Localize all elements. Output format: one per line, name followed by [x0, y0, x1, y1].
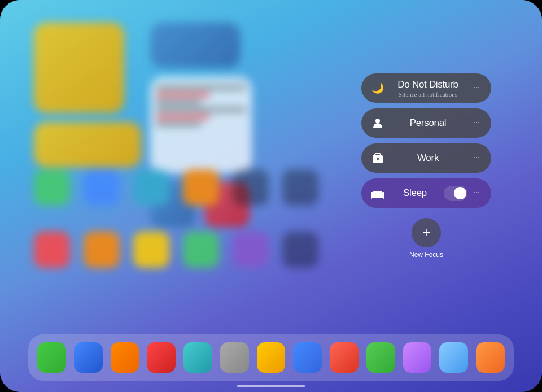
dock-app-3[interactable] — [111, 342, 139, 373]
sleep-toggle[interactable] — [444, 186, 467, 201]
new-focus-label: New Focus — [409, 251, 443, 259]
dock-app-12[interactable] — [439, 342, 468, 373]
personal-more-button[interactable]: ··· — [470, 116, 483, 130]
app-music — [183, 169, 219, 206]
widget-yellow-notes — [34, 122, 141, 167]
personal-label: Personal — [410, 117, 447, 129]
dock-app-4[interactable] — [147, 342, 176, 373]
svg-rect-5 — [371, 192, 373, 195]
svg-rect-8 — [371, 197, 372, 199]
bed-icon — [369, 185, 386, 202]
home-indicator — [237, 385, 305, 387]
dock-app-7[interactable] — [257, 342, 286, 373]
sleep-more-button[interactable]: ··· — [470, 186, 483, 200]
dock-app-6[interactable] — [220, 342, 249, 373]
sleep-label: Sleep — [403, 188, 427, 199]
sleep-toggle-knob — [454, 187, 466, 199]
dnd-label: Do Not Disturb — [397, 79, 458, 90]
work-label: Work — [417, 153, 439, 164]
svg-rect-9 — [383, 197, 384, 199]
app-dark2 — [282, 169, 318, 206]
dnd-content: Do Not Disturb Silence all notifications — [386, 79, 470, 98]
dock-app-9[interactable] — [330, 342, 359, 373]
app-orange1 — [84, 232, 120, 268]
person-icon — [369, 115, 386, 132]
work-more-button[interactable]: ··· — [470, 151, 483, 165]
focus-item-sleep[interactable]: Sleep ··· — [361, 178, 491, 208]
app-red1 — [34, 232, 70, 268]
app-dark3 — [282, 232, 318, 268]
app-yellow1 — [133, 232, 169, 268]
dock-app-1[interactable] — [37, 342, 66, 373]
app-green2 — [183, 232, 219, 268]
dnd-more-button[interactable]: ··· — [470, 81, 483, 95]
work-content: Work — [386, 153, 470, 164]
app-messages — [34, 169, 70, 206]
new-focus-container: + New Focus — [361, 218, 491, 259]
svg-rect-2 — [375, 154, 381, 156]
moon-icon: 🌙 — [369, 80, 386, 97]
svg-point-0 — [375, 119, 380, 123]
widget-notes — [150, 77, 252, 173]
plus-icon: + — [422, 225, 431, 240]
dock-app-5[interactable] — [183, 342, 212, 373]
dock-app-8[interactable] — [293, 342, 322, 373]
app-purple1 — [233, 232, 269, 268]
app-dark1 — [233, 169, 269, 206]
app-facetime — [133, 169, 169, 206]
widget-blue — [150, 23, 241, 68]
svg-rect-6 — [373, 191, 382, 194]
dock-app-11[interactable] — [403, 342, 432, 373]
app-safari — [84, 169, 120, 206]
focus-menu: 🌙 Do Not Disturb Silence all notificatio… — [361, 73, 491, 259]
personal-content: Personal — [386, 117, 470, 129]
dock-app-10[interactable] — [366, 342, 395, 373]
focus-item-do-not-disturb[interactable]: 🌙 Do Not Disturb Silence all notificatio… — [361, 73, 491, 103]
dock-app-13[interactable] — [476, 342, 505, 373]
new-focus-button[interactable]: + — [412, 218, 441, 247]
widget-yellow — [34, 23, 124, 113]
ipad-frame: 🌙 Do Not Disturb Silence all notificatio… — [0, 0, 542, 392]
focus-item-work[interactable]: Work ··· — [361, 143, 491, 173]
svg-rect-3 — [377, 158, 379, 160]
sleep-content: Sleep — [386, 188, 444, 199]
dnd-sublabel: Silence all notifications — [399, 91, 457, 98]
focus-item-personal[interactable]: Personal ··· — [361, 108, 491, 138]
dock-app-2[interactable] — [74, 342, 103, 373]
work-icon — [369, 150, 386, 167]
dock — [28, 334, 514, 381]
svg-rect-7 — [382, 192, 384, 195]
